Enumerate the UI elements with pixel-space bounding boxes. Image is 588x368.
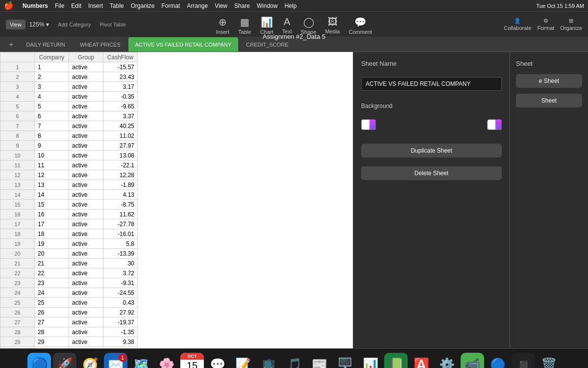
cell-cashflow[interactable]: -24.55 (103, 288, 138, 298)
cell-cashflow[interactable]: 3.17 (103, 82, 138, 92)
cell-group[interactable]: active (69, 72, 103, 82)
cell-company[interactable]: 27 (35, 317, 69, 327)
cell-company[interactable]: 13 (35, 180, 69, 190)
cell-company[interactable]: 5 (35, 102, 69, 111)
dock-photos[interactable]: 🌸 (155, 353, 178, 368)
cell-group[interactable]: active (69, 210, 103, 219)
col-header-group[interactable]: Group (69, 53, 103, 62)
tab-active-vs-failed[interactable]: ACTIVE VS FAILED RETAIL COMPANY (128, 37, 239, 52)
cell-group[interactable]: active (69, 180, 103, 190)
cell-group[interactable]: active (69, 82, 103, 92)
add-sheet-button[interactable]: + (4, 37, 18, 52)
cell-company[interactable]: 7 (35, 121, 69, 131)
menu-table[interactable]: Table (110, 2, 124, 9)
cell-group[interactable]: active (69, 337, 103, 347)
cell-cashflow[interactable]: -27.78 (103, 219, 138, 229)
menu-view[interactable]: View (215, 2, 227, 9)
cell-group[interactable]: active (69, 229, 103, 239)
dock-keynote[interactable]: 🖥️ (333, 353, 357, 368)
collaborate-btn[interactable]: 👤 Collaborate (504, 18, 531, 31)
cell-group[interactable]: active (69, 170, 103, 180)
cell-group[interactable]: active (69, 268, 103, 278)
dock-appletv[interactable]: 📺 tv (257, 353, 280, 368)
cell-group[interactable]: active (69, 278, 103, 288)
cell-cashflow[interactable]: 4.13 (103, 190, 138, 200)
sheet-name-input[interactable] (361, 77, 502, 91)
cell-cashflow[interactable]: 23.43 (103, 72, 138, 82)
media-tool[interactable]: 🖼 Media (325, 16, 340, 34)
dock-news[interactable]: 📰 (308, 353, 331, 368)
dock-trash[interactable]: 🗑️ (537, 353, 561, 368)
cell-cashflow[interactable]: 30 (103, 259, 138, 268)
cell-cashflow[interactable]: 27.92 (103, 308, 138, 317)
dock-calendar[interactable]: OCT 15 (180, 353, 204, 368)
cell-group[interactable]: active (69, 200, 103, 210)
cell-group[interactable]: active (69, 317, 103, 327)
cell-cashflow[interactable]: 0.65 (103, 347, 138, 349)
cell-cashflow[interactable]: -1.35 (103, 327, 138, 337)
dock-charts[interactable]: 📊 (359, 353, 382, 368)
cell-cashflow[interactable]: -9.31 (103, 278, 138, 288)
cell-cashflow[interactable]: 11.62 (103, 210, 138, 219)
cell-company[interactable]: 12 (35, 170, 69, 180)
cell-company[interactable]: 16 (35, 210, 69, 219)
chart-tool[interactable]: 📊 Chart (260, 16, 273, 35)
cell-group[interactable]: active (69, 308, 103, 317)
cell-group[interactable]: active (69, 190, 103, 200)
cell-company[interactable]: 8 (35, 131, 69, 141)
cell-company[interactable]: 23 (35, 278, 69, 288)
dock-appstore[interactable]: 🅰️ (410, 353, 433, 368)
cell-company[interactable]: 28 (35, 327, 69, 337)
color-swatch-1[interactable] (361, 119, 376, 130)
app-name[interactable]: Numbers (23, 2, 48, 9)
cell-company[interactable]: 21 (35, 259, 69, 268)
cell-cashflow[interactable]: 5.8 (103, 239, 138, 249)
dock-chrome[interactable]: 🔵 (486, 353, 510, 368)
insert-tool[interactable]: ⊕ Insert (216, 16, 230, 35)
cell-company[interactable]: 22 (35, 268, 69, 278)
menu-edit[interactable]: Edit (71, 2, 81, 9)
dock-finder[interactable]: 🔵 (27, 353, 51, 368)
cell-group[interactable]: active (69, 347, 103, 349)
menu-share[interactable]: Share (234, 2, 250, 9)
cell-cashflow[interactable]: -0.35 (103, 92, 138, 102)
menu-help[interactable]: Help (285, 2, 297, 9)
cell-cashflow[interactable]: -1.89 (103, 180, 138, 190)
cell-cashflow[interactable]: 40.25 (103, 121, 138, 131)
view-button[interactable]: View (6, 20, 25, 29)
menu-window[interactable]: Window (257, 2, 278, 9)
cell-group[interactable]: active (69, 102, 103, 111)
cell-cashflow[interactable]: 9.38 (103, 337, 138, 347)
cell-group[interactable]: active (69, 298, 103, 308)
cell-cashflow[interactable]: -16.01 (103, 229, 138, 239)
cell-group[interactable]: active (69, 92, 103, 102)
cell-company[interactable]: 3 (35, 82, 69, 92)
cell-cashflow[interactable]: -15.57 (103, 62, 138, 72)
cell-company[interactable]: 4 (35, 92, 69, 102)
cell-group[interactable]: active (69, 259, 103, 268)
cell-company[interactable]: 9 (35, 141, 69, 151)
cell-group[interactable]: active (69, 121, 103, 131)
cell-group[interactable]: active (69, 327, 103, 337)
cell-group[interactable]: active (69, 131, 103, 141)
tab-credit-score[interactable]: CREDIT_SCORE (239, 37, 295, 52)
duplicate-sheet-button[interactable]: Duplicate Sheet (361, 144, 502, 158)
cell-group[interactable]: active (69, 62, 103, 72)
cell-company[interactable]: 29 (35, 337, 69, 347)
cell-cashflow[interactable]: 3.37 (103, 111, 138, 121)
cell-company[interactable]: 15 (35, 200, 69, 210)
dock-messages[interactable]: 💬 (206, 353, 229, 368)
dock-mail[interactable]: ✉️ 1 (104, 353, 127, 368)
apple-icon[interactable]: 🍎 (4, 1, 14, 10)
menu-arrange[interactable]: Arrange (187, 2, 208, 9)
tab-daily-return[interactable]: DAILY RETURN (19, 37, 72, 52)
panel2-dup-button[interactable]: e Sheet (516, 74, 582, 88)
text-tool[interactable]: A Text (282, 16, 292, 34)
dock-terminal[interactable]: ⬛ (512, 353, 535, 368)
dock-numbers[interactable]: 📗 (384, 353, 408, 368)
cell-cashflow[interactable]: -22.1 (103, 160, 138, 170)
cell-group[interactable]: active (69, 160, 103, 170)
col-header-company[interactable]: Company (35, 53, 69, 62)
dock-launchpad[interactable]: 🚀 (53, 353, 76, 368)
cell-group[interactable]: active (69, 111, 103, 121)
